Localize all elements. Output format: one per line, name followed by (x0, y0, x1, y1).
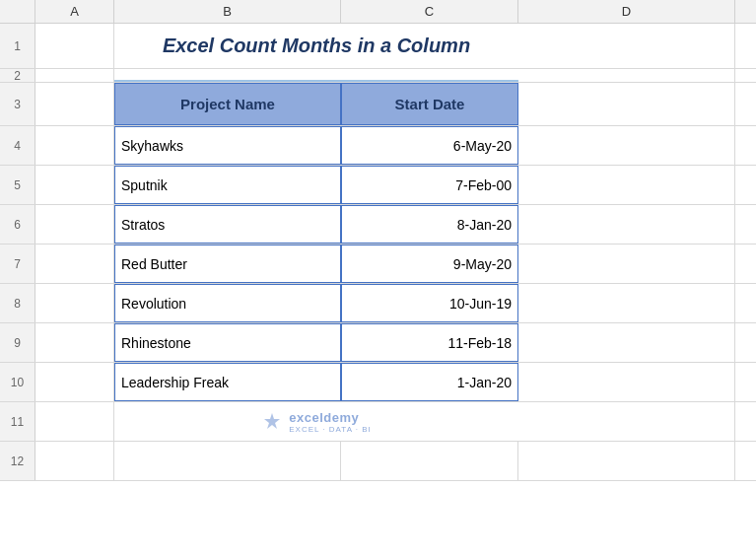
watermark-cell: exceldemy EXCEL · DATA · BI (114, 402, 518, 441)
cell-b8: Revolution (114, 284, 341, 322)
cell-c3-header: Start Date (341, 83, 518, 125)
row-num-3: 3 (0, 83, 35, 125)
cell-a3 (35, 83, 114, 125)
cell-d2 (518, 69, 735, 82)
spreadsheet: A B C D 1 Excel Count Months in a Column… (0, 0, 756, 559)
cell-c10: 1-Jan-20 (341, 363, 518, 401)
col-header-a: A (35, 0, 114, 23)
row-6: 6 Stratos 8-Jan-20 (0, 205, 756, 245)
cell-d1 (518, 24, 735, 68)
cell-b10: Leadership Freak (114, 363, 341, 401)
cell-c9: 11-Feb-18 (341, 323, 518, 362)
cell-a8 (35, 284, 114, 322)
row-10: 10 Leadership Freak 1-Jan-20 (0, 363, 756, 402)
cell-b2 (114, 69, 518, 82)
row-7: 7 Red Butter 9-May-20 (0, 245, 756, 284)
cell-c5: 7-Feb-00 (341, 166, 518, 204)
cell-a4 (35, 126, 114, 165)
cell-c7: 9-May-20 (341, 245, 518, 283)
row-num-6: 6 (0, 205, 35, 244)
cell-d9 (518, 323, 735, 362)
row-num-4: 4 (0, 126, 35, 165)
row-num-12: 12 (0, 442, 35, 480)
col-header-b: B (114, 0, 341, 23)
cell-a10 (35, 363, 114, 401)
cell-b7: Red Butter (114, 245, 341, 283)
cell-b3-header: Project Name (114, 83, 341, 125)
row-num-1: 1 (0, 24, 35, 68)
cell-b1-title: Excel Count Months in a Column (114, 24, 518, 68)
cell-d11 (518, 402, 735, 441)
cell-c8: 10-Jun-19 (341, 284, 518, 322)
row-11: 11 exceldemy EXCEL · DATA · BI (0, 402, 756, 442)
row-num-10: 10 (0, 363, 35, 401)
watermark-sub-text: EXCEL · DATA · BI (289, 425, 372, 434)
cell-b4: Skyhawks (114, 126, 341, 165)
cell-a6 (35, 205, 114, 244)
row-num-5: 5 (0, 166, 35, 204)
row-12: 12 (0, 442, 756, 481)
exceldemy-logo-icon (261, 411, 283, 433)
cell-a11 (35, 402, 114, 441)
row-num-9: 9 (0, 323, 35, 362)
row-num-2: 2 (0, 69, 35, 82)
row-5: 5 Sputnik 7-Feb-00 (0, 166, 756, 205)
column-headers: A B C D (0, 0, 756, 24)
row-3: 3 Project Name Start Date (0, 83, 756, 126)
row-2: 2 (0, 69, 756, 83)
cell-a7 (35, 245, 114, 283)
col-header-c: C (341, 0, 518, 23)
cell-d3 (518, 83, 735, 125)
cell-d6 (518, 205, 735, 244)
cell-a1 (35, 24, 114, 68)
cell-d7 (518, 245, 735, 283)
svg-marker-0 (264, 413, 280, 429)
row-num-11: 11 (0, 402, 35, 441)
cell-a5 (35, 166, 114, 204)
row-8: 8 Revolution 10-Jun-19 (0, 284, 756, 323)
cell-b9: Rhinestone (114, 323, 341, 362)
cell-c4: 6-May-20 (341, 126, 518, 165)
cell-c6: 8-Jan-20 (341, 205, 518, 244)
cell-d4 (518, 126, 735, 165)
cell-c12 (341, 442, 518, 480)
watermark-text: exceldemy EXCEL · DATA · BI (289, 410, 372, 434)
row-num-7: 7 (0, 245, 35, 283)
watermark: exceldemy EXCEL · DATA · BI (261, 410, 372, 434)
row-1: 1 Excel Count Months in a Column (0, 24, 756, 69)
cell-b5: Sputnik (114, 166, 341, 204)
cell-a12 (35, 442, 114, 480)
col-header-d: D (518, 0, 735, 23)
cell-a2 (35, 69, 114, 82)
cell-a9 (35, 323, 114, 362)
corner-cell (0, 0, 35, 23)
cell-d10 (518, 363, 735, 401)
row-9: 9 Rhinestone 11-Feb-18 (0, 323, 756, 363)
watermark-main-text: exceldemy (289, 410, 359, 425)
cell-d5 (518, 166, 735, 204)
cell-b12 (114, 442, 341, 480)
cell-d12 (518, 442, 735, 480)
cell-b6: Stratos (114, 205, 341, 244)
cell-d8 (518, 284, 735, 322)
row-4: 4 Skyhawks 6-May-20 (0, 126, 756, 166)
row-num-8: 8 (0, 284, 35, 322)
